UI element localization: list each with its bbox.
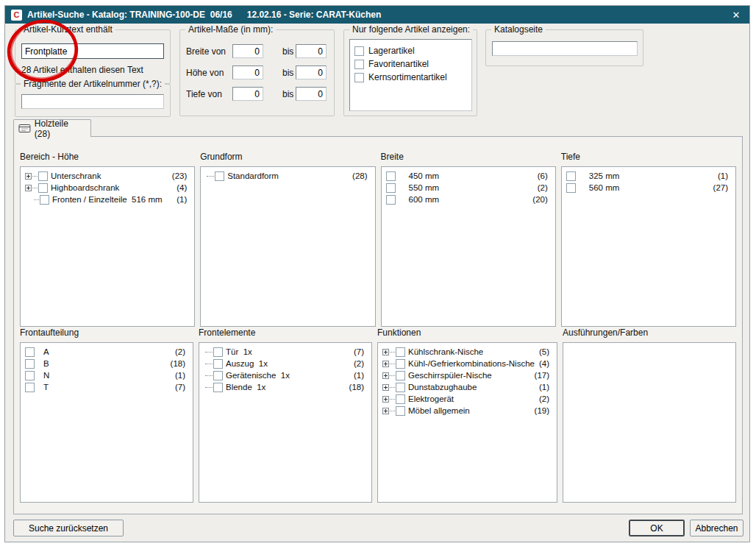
- item-count: (18): [166, 359, 185, 368]
- reset-search-button[interactable]: Suche zurücksetzen: [13, 520, 124, 536]
- tab-holzteile[interactable]: Holzteile (28): [13, 119, 91, 137]
- item-label: Auszug 1x: [226, 359, 268, 368]
- list-item[interactable]: 600 mm (20): [382, 194, 555, 205]
- item-label: Unterschrank: [51, 171, 101, 180]
- checkbox[interactable]: [354, 60, 364, 69]
- holzteile-icon: [18, 124, 31, 133]
- hoehe-bis-input[interactable]: [296, 65, 327, 79]
- checkbox[interactable]: [38, 183, 48, 193]
- expand-icon[interactable]: [382, 361, 389, 367]
- checkbox[interactable]: [396, 394, 405, 404]
- panel-ausfuehrungen-farben: Ausführungen/Farben: [563, 327, 736, 503]
- titlebar[interactable]: C Artikel-Suche - Katalog: TRAINING-100-…: [5, 6, 749, 24]
- hoehe-von-input[interactable]: [232, 65, 263, 79]
- checkbox[interactable]: [396, 359, 405, 369]
- tiefe-bis-input[interactable]: [296, 87, 327, 101]
- tiefe-von-label: Tiefe von: [186, 89, 222, 99]
- panel-list: A (2) B (18) N (1) T: [20, 342, 193, 503]
- tree-item[interactable]: Auszug 1x (2): [199, 358, 371, 369]
- checkbox[interactable]: [354, 46, 364, 56]
- option-kernsortimentartikel[interactable]: Kernsortimentartikel: [354, 71, 467, 84]
- tree-item[interactable]: Kühl-/Gefrierkombinations-Nische (4): [378, 358, 557, 369]
- checkbox[interactable]: [566, 183, 576, 193]
- item-count: (1): [713, 171, 728, 180]
- expand-icon[interactable]: [382, 384, 389, 391]
- item-count: (1): [349, 371, 364, 380]
- tree-item[interactable]: Kühlschrank-Nische (5): [378, 346, 557, 358]
- expand-icon[interactable]: [25, 173, 32, 180]
- tree-item[interactable]: Elektrogerät (2): [378, 393, 557, 405]
- panel-grundform: Grundform Standardform (28): [200, 152, 375, 327]
- item-label: Highboardschrank: [51, 183, 119, 192]
- checkbox[interactable]: [396, 383, 405, 392]
- list-item[interactable]: 450 mm (6): [382, 170, 555, 182]
- checkbox[interactable]: [25, 359, 35, 369]
- tree-item[interactable]: Unterschrank (23): [21, 170, 194, 182]
- option-label: Favoritenartikel: [368, 59, 429, 69]
- checkbox[interactable]: [386, 195, 396, 205]
- checkbox[interactable]: [213, 371, 223, 380]
- expand-icon[interactable]: [382, 372, 389, 379]
- panel-title: Frontelemente: [199, 327, 372, 339]
- group-katalogseite-label: Katalogseite: [491, 24, 546, 35]
- item-label: 600 mm: [409, 195, 440, 204]
- breite-bis-input[interactable]: [296, 44, 327, 58]
- checkbox[interactable]: [396, 347, 405, 357]
- tree-item[interactable]: Geschirrspüler-Nische (17): [378, 369, 557, 381]
- checkbox[interactable]: [215, 171, 224, 181]
- expand-icon[interactable]: [382, 408, 389, 414]
- tree-item[interactable]: Gerätenische 1x (1): [199, 369, 371, 381]
- list-item[interactable]: T (7): [21, 381, 193, 393]
- checkbox[interactable]: [566, 171, 576, 181]
- tree-item[interactable]: Blende 1x (18): [199, 381, 371, 393]
- checkbox[interactable]: [25, 347, 35, 357]
- list-item[interactable]: 560 mm (27): [562, 182, 735, 194]
- item-label: 325 mm: [589, 171, 620, 180]
- tree-item[interactable]: Dunstabzughaube (1): [378, 381, 557, 393]
- fragmente-input[interactable]: [21, 94, 164, 109]
- kurztext-input[interactable]: [21, 43, 164, 59]
- checkbox[interactable]: [213, 347, 223, 357]
- list-item[interactable]: N (1): [21, 369, 193, 381]
- checkbox[interactable]: [396, 371, 405, 380]
- breite-von-input[interactable]: [232, 44, 263, 58]
- checkbox[interactable]: [213, 383, 223, 392]
- expand-icon[interactable]: [25, 185, 32, 191]
- tiefe-bis-label: bis: [282, 89, 293, 99]
- list-item[interactable]: 550 mm (2): [382, 182, 555, 194]
- expand-icon[interactable]: [382, 349, 389, 355]
- tiefe-von-input[interactable]: [232, 87, 263, 101]
- cancel-button[interactable]: Abbrechen: [690, 520, 743, 536]
- option-label: Lagerartikel: [368, 46, 415, 56]
- list-item[interactable]: 325 mm (1): [562, 170, 735, 182]
- close-icon[interactable]: ✕: [729, 10, 743, 21]
- ok-button[interactable]: OK: [629, 520, 685, 536]
- checkbox[interactable]: [40, 195, 49, 205]
- tree-line: [205, 387, 213, 388]
- checkbox[interactable]: [213, 359, 223, 369]
- checkbox[interactable]: [354, 73, 364, 82]
- tree-line: [390, 364, 395, 364]
- breite-von-label: Breite von: [186, 46, 226, 57]
- tree-item[interactable]: Highboardschrank (4): [21, 182, 194, 194]
- option-lagerartikel[interactable]: Lagerartikel: [354, 44, 467, 57]
- tree-item[interactable]: Möbel allgemein (19): [378, 405, 557, 417]
- panel-breite: Breite 450 mm (6) 550 mm (2) 600 mm: [381, 152, 556, 327]
- checkbox[interactable]: [25, 371, 35, 380]
- tree-line: [205, 375, 213, 376]
- tree-item[interactable]: Tür 1x (7): [199, 346, 371, 358]
- checkbox[interactable]: [386, 171, 396, 181]
- list-item[interactable]: A (2): [21, 346, 193, 358]
- checkbox[interactable]: [38, 171, 48, 181]
- option-favoritenartikel[interactable]: Favoritenartikel: [354, 57, 467, 71]
- tree-line: [390, 411, 395, 411]
- tree-line: [390, 399, 395, 400]
- katalogseite-input[interactable]: [492, 41, 638, 56]
- expand-icon[interactable]: [382, 396, 389, 403]
- checkbox[interactable]: [386, 183, 396, 193]
- tree-item[interactable]: Standardform (28): [201, 170, 374, 182]
- tree-item[interactable]: Fronten / Einzelteile 516 mm (1): [21, 194, 194, 205]
- checkbox[interactable]: [25, 383, 35, 392]
- checkbox[interactable]: [396, 406, 405, 416]
- list-item[interactable]: B (18): [21, 358, 193, 369]
